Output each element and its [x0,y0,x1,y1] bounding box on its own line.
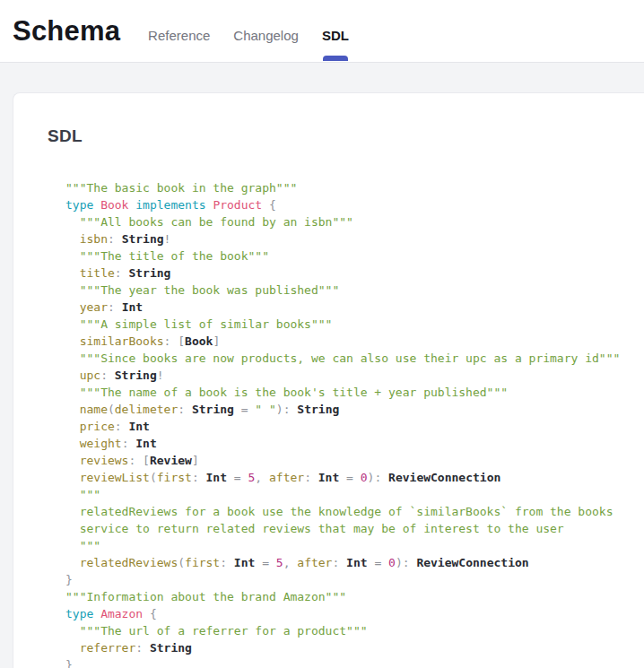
code-line: """ [65,486,635,503]
code-line: relatedReviews for a book use the knowle… [65,503,635,520]
tab-label: Reference [148,28,210,43]
code-line: """The basic book in the graph""" [65,179,635,196]
page-title: Schema [13,15,120,48]
code-line: } [65,571,635,588]
code-line: """Since books are now products, we can … [65,350,635,367]
code-line: relatedReviews(first: Int = 5, after: In… [65,554,635,571]
code-line: """Information about the brand Amazon""" [65,588,635,605]
sdl-heading: SDL [48,126,635,146]
tab-changelog[interactable]: Changelog [222,28,310,60]
page-header: Schema ReferenceChangelogSDL [0,0,644,63]
code-line: weight: Int [65,435,635,452]
code-line: """All books can be found by an isbn""" [65,213,635,230]
code-line: reviews: [Review] [65,452,635,469]
code-line: """A simple list of similar books""" [65,316,635,333]
code-line: """The year the book was published""" [65,282,635,299]
code-line: type Amazon { [65,605,635,622]
code-line: name(delimeter: String = " "): String [65,401,635,418]
tab-bar: ReferenceChangelogSDL [136,28,361,60]
code-line: service to return related reviews that m… [65,520,635,537]
sdl-code-block: """The basic book in the graph"""type Bo… [65,179,635,668]
tab-label: Changelog [233,28,299,43]
active-tab-indicator [323,56,348,61]
tab-label: SDL [322,28,349,43]
code-line: price: Int [65,418,635,435]
code-line: """The name of a book is the book's titl… [65,384,635,401]
code-line: type Book implements Product { [65,196,635,213]
code-line: } [65,656,635,668]
code-line: referrer: String [65,639,635,656]
code-line: """The url of a referrer for a product""… [65,622,635,639]
code-line: reviewList(first: Int = 5, after: Int = … [65,469,635,486]
code-line: """The title of the book""" [65,247,635,265]
tab-sdl[interactable]: SDL [310,28,361,60]
tab-reference[interactable]: Reference [136,28,222,60]
code-line: similarBooks: [Book] [65,333,635,350]
content-card: SDL """The basic book in the graph"""typ… [13,92,644,668]
code-line: year: Int [65,299,635,316]
code-line: isbn: String! [65,230,635,247]
code-line: """ [65,537,635,554]
code-line: upc: String! [65,367,635,384]
code-line: title: String [65,265,635,282]
